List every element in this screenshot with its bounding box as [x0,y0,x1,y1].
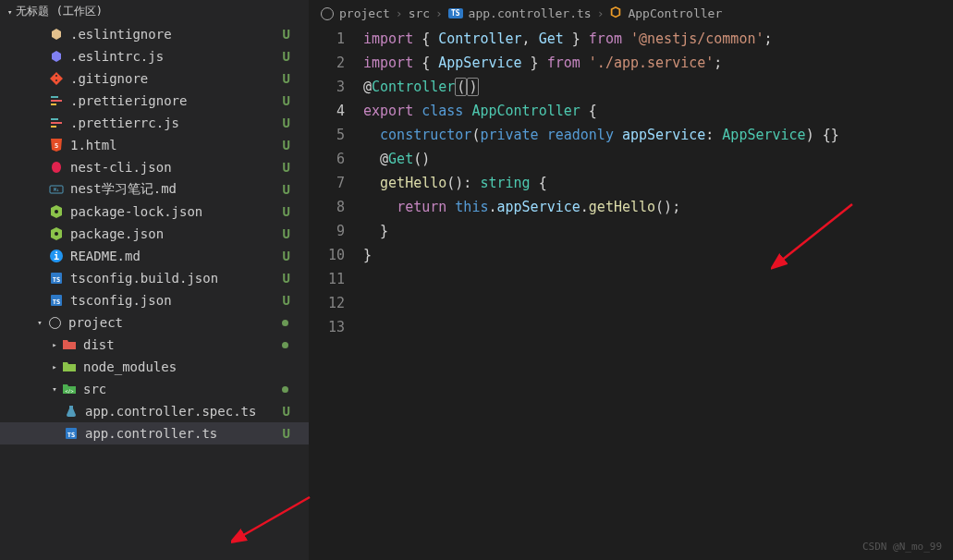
chevron-icon: ▾ [33,318,46,327]
file-item[interactable]: package-lock.jsonU [0,201,309,223]
svg-rect-3 [51,118,58,120]
file-label: node_modules [83,359,301,374]
git-status: U [283,404,301,419]
file-explorer[interactable]: ▾ 无标题 (工作区) .eslintignoreU.eslintrc.jsU.… [0,0,310,560]
file-icon: i [48,248,65,264]
file-icon [48,70,65,87]
breadcrumb-part[interactable]: project [339,6,390,20]
git-status: U [283,71,301,86]
svg-rect-4 [51,122,62,124]
git-status: U [283,182,301,197]
svg-rect-0 [51,96,58,98]
breadcrumb-part[interactable]: app.controller.ts [469,6,592,20]
file-item[interactable]: TSapp.controller.tsU [0,422,309,444]
file-label: package.json [70,226,283,241]
file-icon [48,92,65,109]
git-status: U [283,49,301,64]
svg-point-10 [55,232,58,236]
file-item[interactable]: .eslintignoreU [0,23,309,45]
code-editor[interactable]: 12345678910111213 import { Controller, G… [310,27,953,560]
code-line[interactable]: export class AppController { [363,99,953,123]
workspace-header[interactable]: ▾ 无标题 (工作区) [0,0,309,23]
chevron-icon: ▾ [48,384,61,394]
file-item[interactable]: app.controller.spec.tsU [0,400,309,422]
breadcrumb[interactable]: project › src › TS app.controller.ts › A… [310,0,953,27]
chevron-right-icon: › [597,6,605,20]
file-item[interactable]: iREADME.mdU [0,245,309,267]
git-status: U [283,160,301,175]
svg-text:M↓: M↓ [54,187,59,192]
file-icon: TS [63,425,79,442]
folder-item[interactable]: ▸node_modules [0,356,309,378]
file-label: app.controller.ts [85,426,283,441]
folder-item[interactable]: ▾</>src [0,378,309,400]
file-icon [63,403,79,420]
file-label: src [83,382,282,396]
file-item[interactable]: .eslintrc.jsU [0,45,309,67]
chevron-icon: ▸ [48,340,61,349]
code-content[interactable]: import { Controller, Get } from '@nestjs… [363,27,953,560]
file-item[interactable]: M↓nest学习笔记.mdU [0,178,309,201]
git-status: U [283,204,301,219]
file-item[interactable]: package.jsonU [0,223,309,245]
git-status: U [283,226,301,241]
breadcrumb-part[interactable]: src [409,6,430,20]
svg-rect-5 [51,126,56,128]
code-line[interactable]: } [363,219,953,243]
file-item[interactable]: TStsconfig.build.jsonU [0,267,309,289]
code-line[interactable]: } [363,243,953,267]
code-line[interactable]: import { AppService } from './app.servic… [363,51,953,75]
file-item[interactable]: TStsconfig.jsonU [0,289,309,311]
file-icon [46,314,63,331]
file-label: .gitignore [70,71,283,86]
file-item[interactable]: .prettierrc.jsU [0,112,309,134]
code-line[interactable]: getHello(): string { [363,171,953,195]
modified-dot-icon [282,386,288,393]
file-label: tsconfig.json [70,293,283,308]
file-icon: M↓ [48,181,65,198]
git-status: U [283,93,301,108]
svg-text:5: 5 [55,142,58,150]
ts-file-icon: TS [448,8,463,18]
modified-dot-icon [282,342,288,348]
file-label: nest-cli.json [70,160,283,175]
file-icon [48,203,65,220]
file-item[interactable]: .prettierignoreU [0,90,309,112]
chevron-right-icon: › [396,6,403,20]
file-icon [48,159,65,176]
code-line[interactable]: return this.appService.getHello(); [363,195,953,219]
file-icon: </> [61,381,78,397]
svg-text:</>: </> [65,388,73,394]
git-status: U [283,271,301,286]
code-line[interactable]: @Controller() [363,75,953,99]
modified-dot-icon [282,320,288,326]
file-item[interactable]: nest-cli.jsonU [0,156,309,178]
file-icon [48,48,65,65]
file-item[interactable]: .gitignoreU [0,67,309,90]
watermark: CSDN @N_mo_99 [862,541,942,553]
code-line[interactable]: @Get() [363,147,953,171]
file-label: project [68,315,282,330]
svg-rect-2 [51,103,56,105]
file-icon: TS [48,270,65,286]
svg-text:TS: TS [53,298,60,306]
file-item[interactable]: 51.htmlU [0,134,309,156]
svg-rect-1 [51,100,62,102]
git-status: U [283,426,301,441]
svg-text:i: i [54,251,59,262]
svg-text:TS: TS [67,432,75,439]
file-label: .eslintignore [70,27,283,42]
code-line[interactable]: constructor(private readonly appService:… [363,123,953,147]
file-label: 1.html [70,138,283,152]
file-label: dist [83,337,282,352]
folder-item[interactable]: ▸dist [0,334,309,356]
file-icon [48,26,65,43]
class-icon [609,6,622,21]
code-line[interactable]: import { Controller, Get } from '@nestjs… [363,27,953,51]
file-icon [61,359,78,375]
breadcrumb-part[interactable]: AppController [628,6,722,20]
line-gutter: 12345678910111213 [310,27,363,560]
folder-project[interactable]: ▾project [0,311,309,334]
file-icon: TS [48,292,65,309]
file-icon [61,336,78,353]
